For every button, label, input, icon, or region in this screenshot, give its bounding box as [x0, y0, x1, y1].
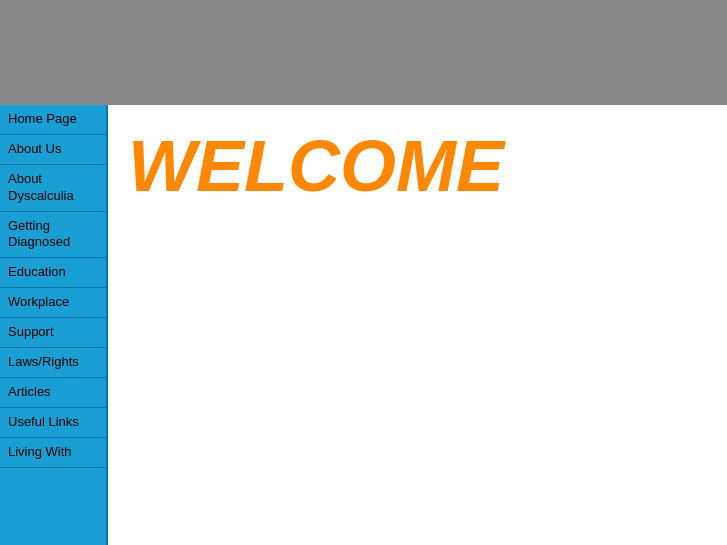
sidebar-item-living-with[interactable]: Living With	[0, 438, 106, 468]
sidebar-item-home-page[interactable]: Home Page	[0, 105, 106, 135]
sidebar-item-getting-diagnosed[interactable]: Getting Diagnosed	[0, 212, 106, 259]
sidebar-item-about-us[interactable]: About Us	[0, 135, 106, 165]
sidebar: Home PageAbout UsAbout DyscalculiaGettin…	[0, 105, 108, 545]
content-area: WELCOME	[108, 105, 727, 545]
sidebar-item-support[interactable]: Support	[0, 318, 106, 348]
sidebar-item-useful-links[interactable]: Useful Links	[0, 408, 106, 438]
top-bar	[0, 0, 727, 105]
sidebar-item-education[interactable]: Education	[0, 258, 106, 288]
sidebar-item-laws-rights[interactable]: Laws/Rights	[0, 348, 106, 378]
sidebar-item-articles[interactable]: Articles	[0, 378, 106, 408]
sidebar-item-about-dyscalculia[interactable]: About Dyscalculia	[0, 165, 106, 212]
main-area: Home PageAbout UsAbout DyscalculiaGettin…	[0, 105, 727, 545]
sidebar-item-workplace[interactable]: Workplace	[0, 288, 106, 318]
welcome-heading: WELCOME	[128, 125, 707, 207]
